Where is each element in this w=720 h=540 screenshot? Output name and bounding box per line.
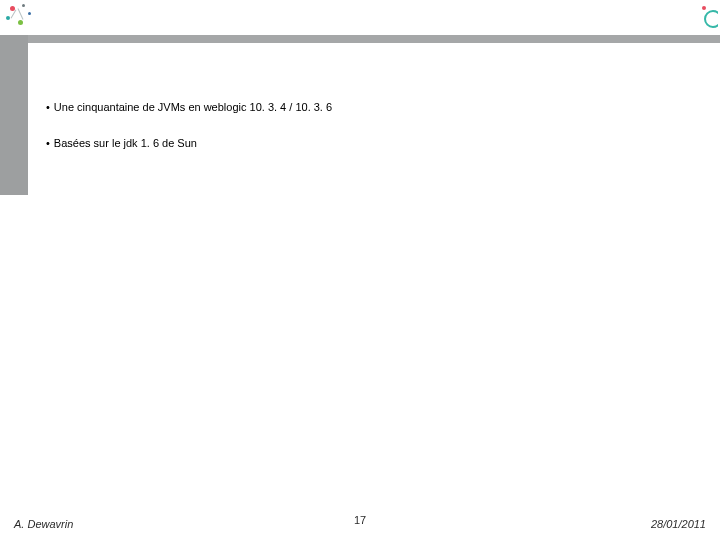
bullet-item: • Une cinquantaine de JVMs en weblogic 1… [46,100,700,114]
bullet-marker-icon: • [46,136,50,150]
bullet-text: Basées sur le jdk 1. 6 de Sun [54,136,197,150]
bullet-text: Une cinquantaine de JVMs en weblogic 10.… [54,100,332,114]
network-logo [4,2,44,32]
footer-author: A. Dewavrin [14,518,73,530]
slide-body: • Une cinquantaine de JVMs en weblogic 1… [46,100,700,172]
corner-logo [700,6,718,32]
bullet-item: • Basées sur le jdk 1. 6 de Sun [46,136,700,150]
slide-footer: A. Dewavrin 17 28/01/2011 [0,504,720,540]
footer-page-number: 17 [354,514,366,526]
left-accent-strip [0,35,28,195]
slide: • Une cinquantaine de JVMs en weblogic 1… [0,0,720,540]
footer-date: 28/01/2011 [651,518,706,530]
bullet-marker-icon: • [46,100,50,114]
header-divider [0,35,720,43]
